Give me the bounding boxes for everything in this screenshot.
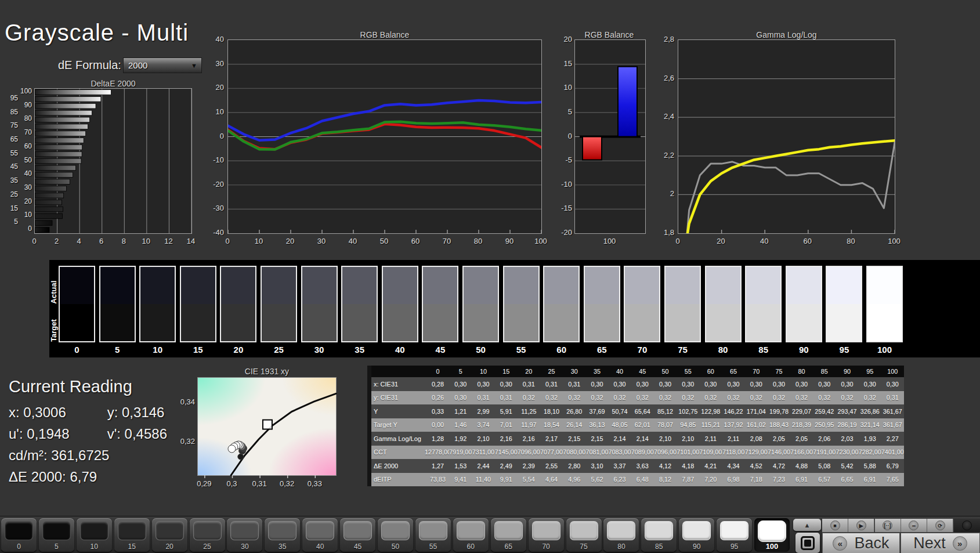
- patch-button-100[interactable]: 100: [754, 518, 790, 552]
- swatch-target-5: [100, 304, 135, 341]
- play-button[interactable]: ▶: [848, 519, 874, 532]
- grayscale-swatch-45: [422, 266, 458, 342]
- table-cell-Gamma-Log-Log-40: 2,14: [609, 432, 631, 446]
- patch-button-40[interactable]: 40: [302, 518, 338, 552]
- gamma-xtick-80: 80: [847, 237, 855, 245]
- patch-button-45[interactable]: 45: [340, 518, 375, 552]
- table-cell-dEITP-65: 6,98: [722, 473, 744, 487]
- patch-button-50[interactable]: 50: [378, 518, 413, 552]
- patch-swatch-icon: [419, 521, 447, 540]
- grayscale-swatch-60: [543, 266, 580, 342]
- patch-button-label: 80: [603, 543, 639, 551]
- table-cell-x-CIE31-45: 0,30: [631, 377, 654, 391]
- table-row-label: dEITP: [371, 473, 426, 487]
- cie-measurement-point: [238, 454, 244, 460]
- back-button-label: Back: [854, 534, 889, 552]
- patch-button-60[interactable]: 60: [453, 518, 489, 552]
- table-col-header-75: 75: [768, 366, 790, 377]
- table-cell-dEITP-15: 9,91: [495, 473, 518, 487]
- deltae-bar-30: [35, 186, 67, 191]
- patch-button-5[interactable]: 5: [39, 518, 74, 552]
- table-cell-x-CIE31-50: 0,30: [654, 377, 677, 391]
- table-cell-CCT-85: 7191,00: [813, 446, 836, 460]
- patch-button-label: 30: [227, 543, 262, 551]
- table-cell-Y-85: 259,42: [813, 404, 836, 418]
- table-cell-Target-Y-95: 321,14: [859, 418, 881, 432]
- table-cell-dEITP-20: 5,54: [518, 473, 540, 487]
- patch-button-55[interactable]: 55: [415, 518, 451, 552]
- gamma-ytick-2,8: 2,8: [653, 35, 674, 44]
- de-formula-dropdown[interactable]: 2000 ▼: [123, 57, 202, 73]
- patch-button-35[interactable]: 35: [265, 518, 300, 552]
- patch-button-95[interactable]: 95: [717, 518, 752, 552]
- table-cell-Gamma-Log-Log-85: 2,06: [813, 432, 836, 446]
- calibration-grayscale-page: Grayscale - Multi dE Formula: 2000 ▼ Del…: [0, 0, 980, 553]
- table-cell-y-CIE31-50: 0,32: [654, 391, 677, 405]
- grayscale-swatch-80: [705, 266, 742, 342]
- stop-button[interactable]: ■: [822, 519, 848, 532]
- patch-button-85[interactable]: 85: [641, 518, 677, 552]
- patch-button-30[interactable]: 30: [227, 518, 262, 552]
- patch-button-0[interactable]: 0: [1, 518, 37, 552]
- table-cell-Gamma-Log-Log-25: 2,17: [540, 432, 563, 446]
- table-row-label: Y: [371, 404, 426, 418]
- swatch-actual-90: [787, 267, 821, 304]
- table-row-label: Gamma Log/Log: [371, 432, 426, 446]
- loop-button[interactable]: ∞: [901, 519, 927, 532]
- rgb-bar-ytick-10: 10: [552, 83, 572, 92]
- patch-button-20[interactable]: 20: [152, 518, 187, 552]
- table-cell-Y-70: 171,04: [745, 404, 768, 418]
- cie-target-square: [263, 420, 272, 429]
- patch-button-65[interactable]: 65: [491, 518, 526, 552]
- swatch-target-80: [706, 304, 740, 341]
- patch-button-25[interactable]: 25: [190, 518, 225, 552]
- next-button[interactable]: Next »: [901, 533, 980, 553]
- patch-swatch-icon: [80, 521, 109, 540]
- swatch-level-label: 55: [503, 345, 540, 355]
- gamma-ytick-2,2: 2,2: [653, 151, 674, 160]
- grayscale-swatch-100: [866, 266, 903, 342]
- table-cell-Gamma-Log-Log-10: 2,10: [472, 432, 494, 446]
- cie-xtick-0,32: 0,32: [280, 479, 294, 488]
- pattern-window-button[interactable]: [··]: [875, 519, 901, 532]
- rgb-line-blue: [228, 100, 541, 140]
- patch-button-80[interactable]: 80: [603, 518, 639, 552]
- table-col-header-25: 25: [540, 366, 563, 377]
- record-button[interactable]: [954, 519, 980, 532]
- swatch-level-label: 20: [220, 345, 256, 355]
- patch-swatch-icon: [570, 521, 598, 540]
- rgb-line-ytick--20: -20: [204, 180, 224, 189]
- swatch-actual-35: [342, 267, 377, 304]
- table-cell-Target-Y-35: 36,13: [585, 418, 608, 432]
- table-cell--E-2000-30: 2,80: [563, 459, 585, 473]
- grayscale-swatch-50: [462, 266, 499, 342]
- patch-button-15[interactable]: 15: [114, 518, 150, 552]
- refresh-button[interactable]: ⟳: [927, 519, 953, 532]
- swatch-actual-20: [221, 267, 255, 304]
- swatch-level-label: 0: [59, 345, 95, 355]
- table-cell-CCT-75: 7146,00: [768, 446, 790, 460]
- deltae-bar-25: [35, 193, 64, 198]
- table-col-header-55: 55: [677, 366, 699, 377]
- rgb-line-xtick-20: 20: [286, 237, 294, 245]
- swatch-level-label: 95: [826, 345, 862, 355]
- patch-button-70[interactable]: 70: [529, 518, 564, 552]
- patch-button-label: 70: [529, 543, 564, 551]
- table-col-header-30: 30: [563, 366, 585, 377]
- u-label: u':: [9, 426, 23, 442]
- scroll-up-button[interactable]: ▲: [793, 519, 821, 531]
- patch-button-90[interactable]: 90: [679, 518, 714, 552]
- patch-swatch-icon: [306, 521, 334, 540]
- refresh-icon: ⟳: [935, 521, 945, 530]
- window-pattern-button[interactable]: [795, 533, 820, 553]
- gamma-ytick-2,4: 2,4: [653, 112, 674, 121]
- patch-button-75[interactable]: 75: [566, 518, 602, 552]
- table-cell--E-2000-95: 5,88: [859, 459, 881, 473]
- rgb-line-xtick-40: 40: [349, 237, 357, 245]
- deltae-bar-20: [35, 200, 62, 205]
- back-button[interactable]: « Back: [822, 533, 900, 553]
- table-cell-x-CIE31-60: 0,30: [699, 377, 722, 391]
- table-cell-y-CIE31-15: 0,31: [495, 391, 518, 405]
- patch-button-10[interactable]: 10: [77, 518, 112, 552]
- table-cell-Gamma-Log-Log-5: 1,92: [449, 432, 472, 446]
